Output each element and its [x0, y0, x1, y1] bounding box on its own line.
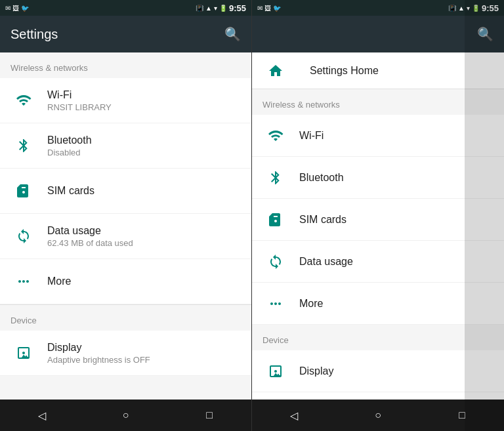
more-icon: [10, 268, 37, 295]
wifi-title: Wi-Fi: [47, 89, 112, 101]
r-more-item[interactable]: More: [252, 283, 504, 325]
wifi-item[interactable]: Wi-Fi RNSIT LIBRARY: [0, 78, 251, 123]
r-wifi-text: Wi-Fi: [299, 130, 324, 142]
r-home-button[interactable]: ○: [362, 400, 394, 431]
data-usage-text: Data usage 62.43 MB of data used: [47, 225, 133, 248]
r-back-button[interactable]: ◁: [278, 400, 310, 431]
left-status-bar: ✉ 🖼 🐦 📳 ▲ ▾ 🔋 9:55: [0, 0, 251, 16]
email-icon: ✉: [5, 5, 10, 12]
wifi-subtitle: RNSIT LIBRARY: [47, 102, 112, 112]
r-data-usage-title: Data usage: [299, 256, 353, 268]
right-system-icons: 📳 ▲ ▾ 🔋 9:55: [448, 3, 499, 13]
wifi-icon: [10, 87, 37, 113]
data-usage-subtitle: 62.43 MB of data used: [47, 238, 133, 248]
more-item[interactable]: More: [0, 259, 251, 304]
sim-icon: [10, 178, 37, 204]
wifi-text: Wi-Fi RNSIT LIBRARY: [47, 89, 112, 112]
r-data-usage-icon: [262, 249, 289, 275]
back-button[interactable]: ◁: [26, 400, 58, 431]
r-display-text: Display: [299, 365, 333, 377]
settings-home-item[interactable]: Settings Home: [252, 52, 504, 89]
r-data-usage-item[interactable]: Data usage: [252, 241, 504, 283]
right-toolbar: 🔍: [252, 16, 504, 52]
r-more-text: More: [299, 298, 323, 310]
data-usage-title: Data usage: [47, 225, 133, 237]
right-panel: ✉ 🖼 🐦 📳 ▲ ▾ 🔋 9:55 🔍 Settings Home Wirel…: [252, 0, 504, 431]
left-system-icons: 📳 ▲ ▾ 🔋 9:55: [196, 3, 246, 13]
r-battery-icon: 🔋: [472, 5, 480, 12]
r-bluetooth-text: Bluetooth: [299, 172, 344, 184]
more-title: More: [47, 276, 71, 287]
right-time: 9:55: [482, 3, 499, 13]
left-toolbar: Settings 🔍: [0, 16, 251, 52]
data-usage-item[interactable]: Data usage 62.43 MB of data used: [0, 214, 251, 259]
left-wireless-header: Wireless & networks: [0, 52, 251, 78]
left-status-icons: ✉ 🖼 🐦: [5, 5, 29, 12]
right-status-bar: ✉ 🖼 🐦 📳 ▲ ▾ 🔋 9:55: [252, 0, 504, 16]
search-button[interactable]: 🔍: [224, 26, 241, 42]
r-wifi-status-icon: ▾: [467, 5, 470, 12]
r-bluetooth-item[interactable]: Bluetooth: [252, 157, 504, 199]
more-text: More: [47, 276, 71, 287]
r-recent-button[interactable]: □: [446, 400, 478, 431]
r-more-title: More: [299, 298, 323, 310]
bluetooth-subtitle: Disabled: [47, 148, 92, 157]
sim-text: SIM cards: [47, 185, 94, 197]
right-wireless-header: Wireless & networks: [252, 89, 504, 115]
r-display-icon: [262, 358, 289, 384]
vibrate-icon: 📳: [196, 5, 203, 12]
bluetooth-text: Bluetooth Disabled: [47, 134, 92, 157]
r-twitter-icon: 🐦: [273, 5, 281, 12]
r-sim-item[interactable]: SIM cards: [252, 199, 504, 241]
data-usage-icon: [10, 223, 37, 249]
display-text: Display Adaptive brightness is OFF: [47, 342, 150, 365]
r-display-title: Display: [299, 365, 333, 377]
left-content: Wireless & networks Wi-Fi RNSIT LIBRARY …: [0, 52, 251, 400]
sim-item[interactable]: SIM cards: [0, 169, 251, 214]
r-wifi-icon: [262, 123, 289, 149]
home-icon: [262, 58, 289, 84]
display-subtitle: Adaptive brightness is OFF: [47, 355, 150, 365]
r-display-item[interactable]: Display: [252, 350, 504, 392]
right-status-icons: ✉ 🖼 🐦: [257, 5, 281, 12]
r-email-icon: ✉: [257, 5, 262, 12]
r-sim-icon: [262, 207, 289, 233]
right-content: Settings Home Wireless & networks Wi-Fi …: [252, 52, 504, 400]
left-device-header: Device: [0, 305, 251, 331]
display-title: Display: [47, 342, 150, 354]
display-icon: [10, 340, 37, 366]
r-sim-title: SIM cards: [299, 214, 346, 226]
home-button[interactable]: ○: [110, 400, 141, 431]
right-search-button[interactable]: 🔍: [477, 26, 494, 42]
r-bluetooth-title: Bluetooth: [299, 172, 344, 184]
left-nav-bar: ◁ ○ □: [0, 400, 251, 431]
r-sim-text: SIM cards: [299, 214, 346, 226]
signal-icon: ▲: [205, 5, 212, 12]
bluetooth-title: Bluetooth: [47, 134, 92, 146]
battery-icon: 🔋: [219, 5, 227, 12]
bluetooth-icon: [10, 133, 37, 159]
display-item[interactable]: Display Adaptive brightness is OFF: [0, 331, 251, 376]
left-time: 9:55: [229, 3, 246, 13]
recent-button[interactable]: □: [194, 400, 225, 431]
sim-title: SIM cards: [47, 185, 94, 197]
twitter-icon: 🐦: [21, 5, 29, 12]
right-device-header: Device: [252, 325, 504, 350]
left-toolbar-title: Settings: [10, 27, 58, 42]
r-wifi-item[interactable]: Wi-Fi: [252, 115, 504, 157]
image-icon: 🖼: [12, 5, 19, 12]
r-more-icon: [262, 291, 289, 317]
left-panel: ✉ 🖼 🐦 📳 ▲ ▾ 🔋 9:55 Settings 🔍 Wireless &…: [0, 0, 252, 431]
r-notifications-item[interactable]: Notifications: [252, 392, 504, 400]
r-signal-icon: ▲: [458, 5, 465, 12]
bluetooth-item[interactable]: Bluetooth Disabled: [0, 123, 251, 169]
wifi-status-icon: ▾: [214, 5, 217, 12]
r-image-icon: 🖼: [264, 5, 271, 12]
settings-home-title: Settings Home: [310, 65, 379, 77]
r-wifi-title: Wi-Fi: [299, 130, 324, 142]
r-bluetooth-icon: [262, 165, 289, 191]
r-vibrate-icon: 📳: [448, 5, 456, 12]
right-nav-bar: ◁ ○ □: [252, 400, 504, 431]
r-data-usage-text: Data usage: [299, 256, 353, 268]
